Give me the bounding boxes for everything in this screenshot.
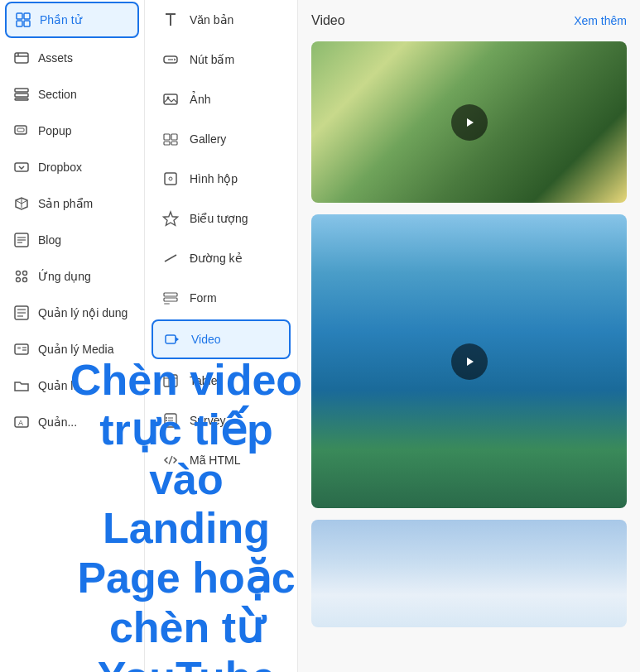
text-a-icon: A — [13, 414, 30, 430]
sidebar-item-blog[interactable]: Blog — [0, 222, 144, 258]
middle-item-ma-html[interactable]: Mã HTML — [145, 440, 297, 480]
svg-rect-39 — [171, 134, 177, 140]
svg-rect-41 — [171, 142, 177, 145]
middle-item-form[interactable]: Form — [145, 278, 297, 318]
svg-point-17 — [17, 271, 21, 276]
middle-item-anh[interactable]: Ảnh — [145, 79, 297, 119]
sidebar-item-quan-ly-media[interactable]: Quản lý Media — [0, 331, 144, 367]
sidebar-item-label: Popup — [38, 124, 71, 137]
svg-line-45 — [165, 255, 176, 262]
svg-text:A: A — [18, 419, 23, 427]
middle-item-label: Đường kẻ — [190, 252, 243, 265]
svg-rect-42 — [165, 173, 176, 185]
app-icon — [13, 268, 30, 285]
svg-point-59 — [166, 420, 167, 421]
sidebar-item-label: Quản lý nội dung — [38, 306, 128, 319]
middle-item-label: Gallery — [190, 132, 226, 146]
svg-rect-11 — [17, 128, 24, 132]
product-icon — [13, 195, 30, 212]
sidebar-item-quan-l1[interactable]: Quản l... — [0, 367, 144, 404]
svg-rect-49 — [166, 335, 176, 343]
svg-rect-8 — [15, 94, 28, 97]
star-icon — [161, 209, 180, 228]
sidebar-item-dropbox[interactable]: Dropbox — [0, 149, 144, 185]
table-icon — [161, 372, 180, 390]
right-panel-title: Video — [311, 13, 345, 28]
video-thumbnail-2[interactable] — [311, 214, 627, 508]
sidebar-item-label: Assets — [38, 51, 73, 65]
sidebar-item-popup[interactable]: Popup — [0, 113, 144, 149]
sidebar-item-san-pham[interactable]: Sản phẩm — [0, 185, 144, 222]
svg-rect-3 — [24, 21, 30, 26]
svg-rect-51 — [164, 375, 177, 386]
sidebar-item-label: Quản lý Media — [38, 343, 113, 356]
svg-rect-1 — [24, 13, 30, 19]
sidebar-item-label: Blog — [38, 233, 61, 247]
svg-rect-4 — [15, 53, 28, 63]
svg-rect-27 — [17, 347, 21, 349]
middle-item-label: Văn bản — [190, 13, 233, 26]
video-thumbnail-3[interactable] — [311, 520, 627, 627]
popup-icon — [13, 122, 30, 139]
svg-rect-12 — [15, 163, 28, 171]
sidebar-item-ung-dung[interactable]: Ứng dụng — [0, 258, 144, 295]
svg-marker-62 — [467, 358, 474, 366]
sidebar-item-label: Sản phẩm — [38, 197, 93, 210]
video-icon — [163, 330, 181, 348]
svg-rect-26 — [15, 344, 28, 354]
sidebar-item-label: Quản... — [38, 415, 77, 429]
video-thumbnail-1[interactable] — [311, 41, 627, 203]
sidebar-item-phan-tu[interactable]: Phần tử — [5, 2, 139, 38]
xem-them-link[interactable]: Xem thêm — [574, 14, 627, 27]
sidebar-item-assets[interactable]: Assets — [0, 40, 144, 76]
middle-item-van-ban[interactable]: Văn bản — [145, 0, 297, 40]
svg-point-43 — [169, 177, 172, 180]
middle-item-nut-bam[interactable]: Nút bấm — [145, 40, 297, 79]
svg-rect-48 — [164, 303, 170, 305]
svg-rect-46 — [164, 293, 177, 296]
survey-icon — [161, 411, 180, 430]
middle-item-label: Form — [190, 291, 217, 305]
play-button-2[interactable] — [451, 343, 488, 380]
middle-item-label: Hình hộp — [190, 172, 238, 185]
svg-marker-61 — [467, 118, 474, 127]
folder-icon — [13, 377, 30, 394]
sidebar-item-label: Phần tử — [40, 13, 82, 26]
sidebar-item-quan-l2[interactable]: A Quản... — [0, 404, 144, 440]
middle-item-label: Ảnh — [190, 93, 211, 106]
middle-item-hinh-hop[interactable]: Hình hộp — [145, 159, 297, 199]
middle-item-bieu-tuong[interactable]: Biểu tượng — [145, 199, 297, 238]
svg-rect-10 — [15, 126, 26, 134]
svg-line-60 — [169, 456, 172, 464]
sidebar-item-label: Ứng dụng — [38, 270, 91, 283]
middle-item-gallery[interactable]: Gallery — [145, 119, 297, 159]
svg-rect-36 — [164, 94, 177, 104]
media-mgmt-icon — [13, 341, 30, 358]
middle-item-duong-ke[interactable]: Đường kẻ — [145, 238, 297, 278]
middle-item-label: Table — [190, 374, 217, 387]
section-icon — [13, 86, 30, 103]
play-button-1[interactable] — [451, 104, 488, 141]
svg-marker-50 — [176, 337, 179, 342]
grid-icon — [15, 12, 31, 28]
sidebar-item-quan-ly-noi-dung[interactable]: Quản lý nội dung — [0, 295, 144, 331]
middle-item-survey[interactable]: Survey — [145, 401, 297, 440]
svg-point-58 — [166, 417, 167, 419]
assets-icon — [13, 50, 30, 66]
html-icon — [161, 451, 180, 469]
svg-rect-38 — [164, 134, 170, 140]
sidebar-item-label: Section — [38, 88, 77, 101]
text-icon — [161, 11, 180, 29]
middle-item-table[interactable]: Table — [145, 361, 297, 401]
sidebar-item-section[interactable]: Section — [0, 76, 144, 113]
dropbox-icon — [13, 159, 30, 175]
middle-item-label: Survey — [190, 414, 226, 427]
button-icon — [161, 50, 180, 69]
form-icon — [161, 289, 180, 307]
video-grid — [311, 41, 627, 627]
content-mgmt-icon — [13, 305, 30, 321]
gallery-icon — [161, 130, 180, 148]
svg-rect-0 — [17, 13, 22, 19]
svg-rect-2 — [17, 21, 22, 26]
middle-item-video[interactable]: Video — [152, 319, 291, 359]
